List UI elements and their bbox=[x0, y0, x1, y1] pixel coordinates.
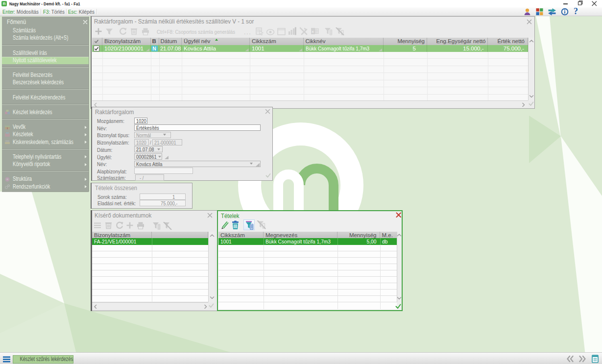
column-header-mennyiseg[interactable]: Mennyiség bbox=[337, 232, 380, 239]
sidebar-item-keszletek[interactable]: Készletek bbox=[2, 131, 89, 138]
sidebar-item-telephelyi[interactable]: Telephelyi nyilvántartás bbox=[2, 153, 89, 161]
add-button[interactable] bbox=[95, 27, 102, 37]
refresh-button[interactable] bbox=[119, 27, 127, 37]
keszlet-szures-button[interactable]: Készlet szűrés lekérdezés bbox=[13, 355, 73, 364]
scroll-up-icon[interactable] bbox=[529, 39, 534, 43]
scroll-down-icon[interactable] bbox=[397, 296, 402, 300]
sidebar-item-kiskereskedelem[interactable]: Kiskereskedelem, számlázás bbox=[2, 139, 89, 146]
report-select-button[interactable] bbox=[256, 27, 264, 37]
filter-edit-button[interactable] bbox=[324, 27, 333, 37]
print-button[interactable] bbox=[137, 222, 144, 231]
scroll-down-icon[interactable] bbox=[529, 95, 534, 98]
field-mozgasnem[interactable]: 1020 bbox=[134, 118, 147, 124]
add-button[interactable] bbox=[126, 221, 134, 231]
scroll-up-icon[interactable] bbox=[210, 234, 215, 238]
shortcut-modify[interactable]: Enter: Módosítás bbox=[2, 7, 39, 16]
report-list-icon[interactable] bbox=[592, 355, 599, 363]
kisero-row[interactable]: FA-21/VE1/000001 bbox=[92, 238, 208, 245]
close-button[interactable] bbox=[590, 0, 599, 7]
help-icon[interactable]: ? bbox=[574, 7, 582, 15]
horizontal-scrollbar[interactable] bbox=[92, 100, 528, 107]
column-header-empty[interactable] bbox=[152, 232, 208, 239]
vertical-scrollbar[interactable] bbox=[208, 232, 215, 303]
list-button[interactable] bbox=[94, 222, 101, 231]
column-header-mennyiseg[interactable]: Mennyiség bbox=[384, 38, 428, 45]
horizontal-scrollbar[interactable] bbox=[92, 302, 208, 309]
column-header-check[interactable] bbox=[92, 38, 102, 45]
window-button[interactable] bbox=[277, 28, 286, 37]
table-row[interactable]: 1020/21000001 N 21.07.08 Kovács Attila 1… bbox=[92, 45, 528, 52]
edit-button[interactable] bbox=[220, 220, 229, 232]
field-bizonylatszam-number[interactable]: 21-000001 bbox=[152, 139, 182, 146]
sidebar-close-icon[interactable] bbox=[83, 20, 88, 24]
excel-export-button[interactable]: x bbox=[311, 27, 319, 37]
sidebar-item-nyitott-szallitolevelek[interactable]: Nyitott szállítólevelek bbox=[2, 57, 89, 64]
column-header-ertek-netto[interactable]: Érték nettó bbox=[488, 38, 529, 45]
kisero-close-icon[interactable] bbox=[207, 213, 213, 218]
row-checkbox[interactable] bbox=[92, 45, 102, 52]
field-nev[interactable]: Értékesítés bbox=[134, 124, 261, 131]
shortcut-exit[interactable]: Esc: Kilépés bbox=[68, 7, 95, 16]
checkbox-checked[interactable] bbox=[94, 46, 99, 51]
sidebar-item-szamla-lekerdezes[interactable]: Számla lekérdezés (Alt+S) bbox=[2, 34, 89, 42]
sidebar-item-felvetel-keszletrendezes[interactable]: Felvétel Készletrendezés bbox=[2, 94, 89, 101]
delete-button[interactable] bbox=[130, 27, 138, 37]
field-nev2[interactable]: Kovács Attila bbox=[134, 161, 261, 167]
dialog-close-icon[interactable] bbox=[265, 109, 270, 114]
tetelek-row[interactable]: 1001 Bükk Csomagolt tűzifa 1,7m3 5,00 db bbox=[218, 238, 397, 245]
sidebar-item-konyveloi-riportok[interactable]: Könyvelői riportok bbox=[2, 161, 89, 168]
scroll-right-icon[interactable] bbox=[522, 102, 526, 107]
info-icon[interactable] bbox=[561, 8, 569, 16]
scroll-up-icon[interactable] bbox=[397, 233, 402, 237]
sidebar-item-rendszerfunkciok[interactable]: Rendszerfunkciók bbox=[2, 183, 89, 191]
field-szamlaszam[interactable]: - / bbox=[135, 174, 164, 181]
filter-edit-button[interactable] bbox=[152, 222, 161, 232]
sidebar-item-keszlet-lekerdezes[interactable]: Készlet lekérdezés bbox=[2, 109, 89, 116]
filter-clear-button[interactable] bbox=[257, 220, 266, 231]
column-header-megnevezes[interactable]: Megnevezés bbox=[264, 232, 337, 239]
sidebar-item-szamlazas[interactable]: Számlázás bbox=[2, 27, 89, 34]
tetelek-close-icon[interactable] bbox=[396, 212, 402, 218]
filter-edit-button[interactable] bbox=[243, 219, 255, 230]
more-button[interactable]: ... bbox=[244, 28, 251, 36]
preview-button[interactable] bbox=[266, 28, 275, 37]
user-icon[interactable] bbox=[523, 8, 531, 16]
field-bizonylatszam-prefix[interactable]: 1020 bbox=[134, 139, 149, 146]
scroll-left-icon[interactable] bbox=[94, 102, 97, 107]
chart-button[interactable] bbox=[288, 27, 296, 37]
menu-hamburger-icon[interactable] bbox=[3, 356, 10, 363]
vertical-scrollbar[interactable] bbox=[397, 232, 401, 303]
column-header-cikkszam[interactable]: Cikkszám bbox=[218, 232, 264, 239]
page-prev-icon[interactable] bbox=[566, 355, 574, 363]
page-next-icon[interactable] bbox=[578, 355, 586, 363]
vertical-scrollbar[interactable] bbox=[528, 38, 534, 100]
scroll-down-icon[interactable] bbox=[210, 296, 215, 300]
column-header-datum[interactable]: Dátum bbox=[159, 38, 182, 45]
filter-button[interactable] bbox=[105, 28, 113, 37]
sidebar-item-beszerzesek-lekerdezes[interactable]: Beszerzések lekérdezés bbox=[2, 79, 89, 86]
modules-grid-icon[interactable] bbox=[535, 8, 544, 16]
column-header-cikknev[interactable]: Cikknév bbox=[304, 38, 384, 45]
filter-clear-button[interactable] bbox=[336, 27, 344, 37]
column-header-bizonylatszam[interactable]: Bizonylatszám bbox=[92, 232, 152, 239]
sidebar-item-struktura[interactable]: Struktúra bbox=[2, 175, 89, 183]
column-header-me[interactable]: M.e. bbox=[380, 232, 397, 239]
no-tools-button[interactable] bbox=[299, 27, 308, 37]
column-header-eng-egysegar[interactable]: Eng.Egységár nettó bbox=[427, 38, 488, 45]
column-header-bizonylatszam[interactable]: Bizonylatszám bbox=[102, 38, 151, 45]
field-alapbizonylat[interactable] bbox=[134, 168, 193, 174]
minimize-button[interactable] bbox=[561, 0, 570, 7]
column-header-cikkszam[interactable]: Cikkszám bbox=[250, 38, 304, 45]
column-header-b[interactable]: B bbox=[151, 38, 160, 45]
shortcut-delete[interactable]: F3: Törlés bbox=[43, 7, 65, 16]
main-window-close-icon[interactable] bbox=[527, 19, 532, 24]
scroll-right-icon[interactable] bbox=[204, 304, 208, 309]
scroll-left-icon[interactable] bbox=[94, 304, 97, 309]
sidebar-item-felvetel-beszerzes[interactable]: Felvétel Beszerzés bbox=[2, 72, 89, 79]
delete-button[interactable] bbox=[105, 221, 112, 231]
transfer-arrows-icon[interactable] bbox=[548, 8, 556, 16]
refresh-button[interactable] bbox=[116, 221, 123, 231]
sidebar-item-vevok[interactable]: Vevők bbox=[2, 123, 89, 131]
filter-clear-button[interactable] bbox=[163, 222, 172, 232]
delete-button[interactable] bbox=[231, 220, 240, 232]
